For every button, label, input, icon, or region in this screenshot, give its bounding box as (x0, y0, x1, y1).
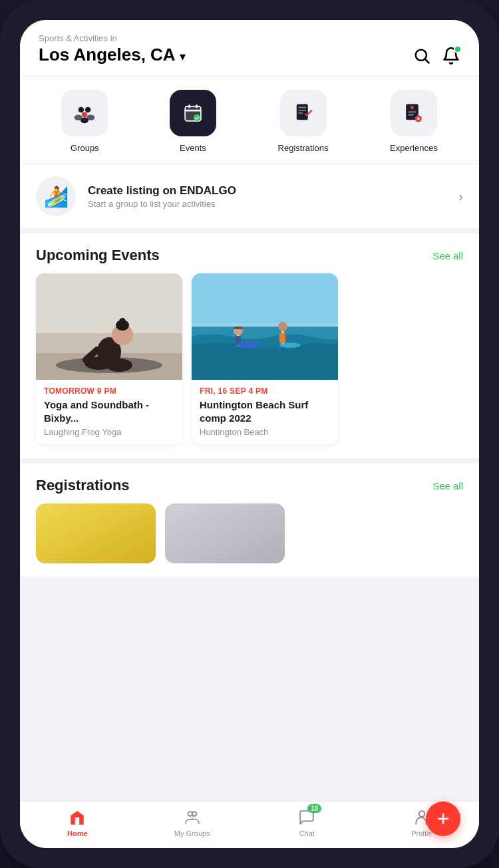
create-listing-icon: 🏄 (36, 176, 76, 216)
surf-event-image (192, 273, 338, 380)
category-events[interactable]: Events (170, 90, 216, 153)
upcoming-events-header: Upcoming Events See all (20, 233, 479, 273)
phone-shell: Sports & Activities in Los Angeles, CA ▾ (0, 0, 499, 868)
create-listing-banner[interactable]: 🏄 Create listing on ENDALGO Start a grou… (20, 164, 479, 233)
surf-event-location: Huntington Beach (200, 427, 330, 437)
city-title: Los Angeles, CA (39, 45, 176, 65)
surf-event-details: FRI, 16 SEP 4 PM Huntington Beach Surf c… (192, 380, 338, 445)
svg-point-3 (85, 107, 91, 113)
event-card-surf[interactable]: FRI, 16 SEP 4 PM Huntington Beach Surf c… (192, 273, 338, 445)
phone-screen: Sports & Activities in Los Angeles, CA ▾ (20, 20, 479, 848)
svg-rect-24 (36, 273, 182, 333)
registrations-title: Registrations (36, 477, 130, 494)
surf-event-name: Huntington Beach Surf comp 2022 (200, 398, 330, 424)
svg-text:Ⓔ: Ⓔ (190, 813, 196, 820)
search-icon (413, 47, 431, 65)
experiences-icon (403, 102, 425, 124)
header-title-row[interactable]: Los Angeles, CA ▾ (39, 45, 186, 65)
yoga-event-name: Yoga and Soundbath - Bixby... (44, 398, 174, 424)
svg-rect-17 (298, 112, 303, 114)
upcoming-events-title: Upcoming Events (36, 247, 160, 264)
create-listing-title: Create listing on ENDALGO (88, 184, 446, 198)
category-groups[interactable]: Groups (61, 90, 108, 153)
yoga-event-date: TOMORROW 9 PM (44, 386, 174, 396)
category-registrations[interactable]: Registrations (278, 90, 329, 153)
svg-rect-12 (196, 104, 198, 108)
events-icon-wrap (170, 90, 216, 136)
svg-rect-47 (165, 504, 285, 563)
notification-badge (454, 45, 462, 53)
header: Sports & Activities in Los Angeles, CA ▾ (20, 20, 479, 76)
registrations-label: Registrations (278, 143, 329, 153)
svg-point-19 (411, 106, 414, 109)
notifications-button[interactable] (442, 47, 460, 65)
events-scroll[interactable]: TOMORROW 9 PM Yoga and Soundbath - Bixby… (20, 273, 479, 458)
create-listing-text: Create listing on ENDALGO Start a group … (88, 184, 446, 209)
svg-point-41 (236, 342, 260, 349)
svg-rect-21 (408, 114, 414, 116)
nav-my-groups[interactable]: Ⓔ My Groups (172, 808, 212, 837)
reg-card-yellow[interactable] (36, 504, 156, 563)
groups-icon (73, 102, 96, 124)
my-groups-nav-label: My Groups (174, 829, 210, 837)
groups-label: Groups (71, 143, 99, 153)
create-listing-subtitle: Start a group to list your activities (88, 199, 446, 209)
svg-point-2 (79, 107, 84, 113)
yoga-event-image (36, 273, 182, 380)
svg-point-51 (418, 811, 424, 817)
svg-rect-39 (234, 327, 243, 329)
registrations-icon-wrap (280, 90, 327, 136)
yoga-event-location: Laughing Frog Yoga (44, 427, 174, 437)
events-icon (182, 102, 204, 124)
header-subtitle: Sports & Activities in (39, 33, 186, 43)
svg-point-43 (278, 322, 287, 331)
svg-point-7 (81, 118, 88, 124)
svg-point-30 (119, 318, 126, 325)
main-scroll[interactable]: Upcoming Events See all (20, 233, 479, 801)
svg-rect-15 (298, 107, 306, 108)
header-icons (413, 47, 460, 65)
categories-row: Groups Ev (31, 90, 468, 153)
profile-nav-label: Profile (411, 829, 432, 837)
registrations-see-all[interactable]: See all (432, 480, 463, 492)
category-experiences[interactable]: Experiences (390, 90, 438, 153)
svg-point-13 (194, 114, 200, 121)
svg-rect-14 (296, 104, 307, 120)
yoga-event-details: TOMORROW 9 PM Yoga and Soundbath - Bixby… (36, 380, 182, 445)
fab-add-button[interactable] (426, 801, 460, 836)
experiences-icon-wrap (391, 90, 437, 136)
categories-section: Groups Ev (20, 76, 479, 164)
bottom-nav: Home Ⓔ My Groups (20, 801, 479, 848)
events-label: Events (180, 143, 206, 153)
svg-rect-11 (188, 104, 190, 108)
svg-rect-44 (279, 333, 285, 343)
home-nav-label: Home (67, 829, 88, 837)
nav-chat[interactable]: 10 Chat (287, 808, 327, 837)
registrations-icon (292, 102, 315, 124)
svg-rect-46 (36, 504, 156, 563)
home-icon (68, 808, 86, 827)
experiences-label: Experiences (390, 143, 438, 153)
create-listing-arrow-icon: › (458, 189, 463, 204)
registrations-scroll[interactable] (20, 504, 479, 570)
svg-line-1 (425, 59, 428, 63)
chat-badge: 10 (307, 804, 321, 813)
surf-event-date: FRI, 16 SEP 4 PM (200, 386, 330, 396)
chat-icon-wrap: 10 (297, 808, 316, 827)
svg-point-45 (279, 343, 301, 348)
event-card-yoga[interactable]: TOMORROW 9 PM Yoga and Soundbath - Bixby… (36, 273, 182, 445)
reg-card-gray[interactable] (165, 504, 285, 563)
svg-rect-34 (192, 273, 338, 327)
svg-point-4 (82, 112, 88, 118)
chevron-down-icon[interactable]: ▾ (180, 49, 186, 64)
upcoming-events-see-all[interactable]: See all (432, 250, 463, 261)
registrations-section: Registrations See all (20, 464, 479, 577)
nav-home[interactable]: Home (57, 808, 97, 837)
header-left: Sports & Activities in Los Angeles, CA ▾ (39, 33, 186, 65)
svg-rect-20 (408, 111, 416, 112)
groups-icon-wrap (61, 90, 108, 136)
search-button[interactable] (413, 47, 431, 65)
svg-point-33 (106, 359, 132, 372)
svg-rect-16 (298, 110, 306, 111)
svg-rect-10 (185, 110, 201, 112)
